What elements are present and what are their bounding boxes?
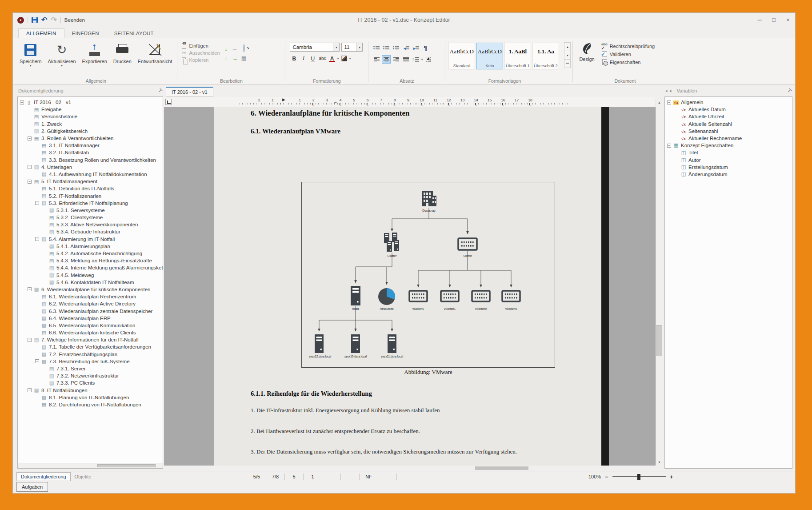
outline-item[interactable]: 7.2. Ersatzbeschäftigungsplan (18, 351, 163, 358)
tree-expander-icon[interactable] (35, 237, 39, 241)
align-right-button[interactable] (392, 55, 400, 64)
tasks-tab[interactable]: Aufgaben (16, 482, 48, 492)
outline-item[interactable]: 5.4.6. Kontaktdaten IT-Notfallteam (18, 279, 163, 286)
decrease-indent-button[interactable] (401, 44, 410, 52)
select-object-button[interactable] (424, 55, 432, 64)
tree-expander-icon[interactable] (28, 165, 32, 169)
outline-item[interactable]: 8.2. Durchführung von IT-Notfallübungen (18, 401, 163, 408)
horizontal-scrollbar[interactable] (164, 466, 656, 471)
outline-item[interactable]: 6.6. Wiederanlaufplan kritische Clients (18, 329, 163, 336)
outline-item[interactable]: 7.3.3. PC Clients (18, 379, 163, 386)
outline-item[interactable]: 6.3. Wiederanlaufplan zentrale Datenspei… (18, 307, 163, 314)
variable-item[interactable]: Seitenanzahl (665, 128, 792, 135)
justify-button[interactable] (401, 55, 410, 64)
outline-item[interactable]: 5.3.2. Clientsysteme (18, 214, 163, 221)
outline-item[interactable]: 5.3.1. Serversysteme (18, 207, 163, 214)
panel-nav-arrows[interactable]: ◂ ▸ (665, 88, 673, 93)
outline-item[interactable]: 8. IT-Notfallübungen (18, 387, 163, 394)
tree-expander-icon[interactable] (35, 359, 39, 363)
outline-item[interactable]: 6.2. Wiederanlaufplan Active Directory (18, 300, 163, 307)
tree-expander-icon[interactable] (667, 144, 671, 148)
outline-item[interactable]: 5.1. Definition des IT-Notfalls (18, 185, 163, 192)
refresh-button[interactable]: ↻ Aktualisieren ▾ (45, 40, 79, 76)
properties-button[interactable]: Eigenschaften (602, 59, 655, 65)
zoom-in-button[interactable]: + (670, 474, 673, 480)
quick-save-icon[interactable] (32, 17, 38, 23)
align-center-button[interactable] (382, 55, 391, 64)
outline-item[interactable]: Freigabe (18, 106, 163, 113)
variable-item[interactable]: Konzept Eigenschaften (665, 142, 792, 149)
scroll-up-arrow[interactable]: ▲ (656, 99, 663, 106)
maximize-button[interactable]: □ (767, 14, 781, 26)
outline-item[interactable]: 5.2. IT-Notfallszenarien (18, 192, 163, 199)
outline-item[interactable]: 6.5. Wiederanlaufplan Kommunikation (18, 322, 163, 329)
tree-expander-icon[interactable] (35, 201, 39, 205)
save-button[interactable]: Speichern ▾ (16, 40, 45, 76)
strikethrough-button[interactable]: abc (318, 54, 327, 63)
style-card[interactable]: 1.1. Aa Überschrift 2 (532, 43, 559, 69)
outline-item[interactable]: 5.4.4. Interne Meldung gemäß Alarmierung… (18, 264, 163, 271)
paste-button[interactable]: Einfügen (181, 43, 220, 48)
close-button[interactable]: × (781, 14, 795, 26)
outline-item[interactable]: 6. Wiederanlaufpläne für kritische Kompo… (18, 286, 163, 293)
ribbon-tab[interactable]: SEITENLAYOUT (107, 29, 161, 38)
tree-expander-icon[interactable] (28, 137, 32, 141)
move-down-button[interactable]: ↓ (224, 45, 228, 52)
move-left-button[interactable]: ← (232, 45, 238, 52)
tab-marker[interactable]: → (333, 100, 337, 104)
highlight-button[interactable] (340, 54, 348, 63)
gallery-more-button[interactable] (564, 59, 571, 68)
gallery-scroll-up[interactable]: ▲ (564, 42, 571, 51)
pin-icon[interactable]: ⊤ (156, 87, 164, 94)
outline-item[interactable]: Versionshistorie (18, 113, 163, 120)
outline-item[interactable]: 5.4. Alarmierung im IT-Notfall (18, 236, 163, 243)
outline-item[interactable]: IT 2016 - 02 - v1 (18, 99, 163, 106)
gallery-scroll-down[interactable]: ▼ (564, 51, 571, 60)
variable-item[interactable]: Erstellungsdatum (665, 164, 792, 171)
outline-item[interactable]: 5.4.5. Meldeweg (18, 272, 163, 279)
outline-item[interactable]: 5.4.1. Alarmierungsplan (18, 243, 163, 250)
ribbon-tab[interactable]: EINFÜGEN (64, 29, 107, 38)
zoom-out-button[interactable]: − (605, 474, 608, 480)
outline-item[interactable]: 7.3.1. Server (18, 365, 163, 372)
minimize-button[interactable]: ─ (752, 14, 767, 26)
outline-item[interactable]: 5.3. Erforderliche IT-Notfallplanung (18, 200, 163, 207)
underline-button[interactable]: U (308, 54, 317, 63)
outline-item[interactable]: 2. Gültigkeitsbereich (18, 128, 163, 135)
variable-item[interactable]: Autor (665, 157, 792, 164)
style-card[interactable]: 1. AaBl Überschrift 1 (504, 43, 531, 69)
outline-item[interactable]: 5.4.2. Automatische Benachrichtigung (18, 250, 163, 257)
bullet-list-button[interactable] (392, 44, 400, 52)
chevron-down-icon[interactable]: ▾ (421, 58, 423, 61)
tree-expander-icon[interactable] (667, 100, 671, 104)
outline-item[interactable]: 5. IT-Notfallmanagement (18, 178, 163, 185)
line-spacing-button[interactable] (411, 55, 420, 64)
variable-item[interactable]: Aktuelle Uhrzeit (665, 113, 792, 120)
chevron-down-icon[interactable]: ▾ (337, 57, 339, 60)
pin-icon[interactable]: ⊤ (786, 87, 793, 94)
vertical-scrollbar[interactable]: ▲ ▼ (656, 99, 663, 466)
variable-item[interactable]: Änderungsdatum (665, 171, 792, 178)
draft-view-button[interactable]: Entwurfsansicht (135, 40, 176, 76)
panel-footer-tab[interactable]: Dokumentgliederung (16, 472, 71, 481)
spellcheck-button[interactable]: abc Rechtschreibprüfung (602, 43, 655, 49)
zoom-slider[interactable] (612, 476, 666, 477)
outline-item[interactable]: 7.3.2. Netzwerkinfrastruktur (18, 372, 163, 379)
style-card[interactable]: AaBbCcD Standard (448, 43, 475, 69)
variable-item[interactable]: Aktuelle Seitenzahl (665, 120, 792, 128)
numbered-list-button[interactable] (382, 44, 391, 52)
increase-indent-button[interactable] (411, 44, 420, 52)
copy-button[interactable]: Kopieren (181, 57, 220, 63)
outline-item[interactable]: 5.3.3. Aktive Netzwerkkomponenten (18, 221, 163, 228)
outline-item[interactable]: 3.3. Besetzung Rollen und Verantwortlich… (18, 157, 163, 164)
chevron-down-icon[interactable]: ▾ (349, 57, 351, 60)
font-color-button[interactable]: A (328, 54, 336, 63)
ruler[interactable]: ▶ → 2112L34L56L78L910L1112L1314L1516L171… (164, 97, 656, 107)
outline-item[interactable]: 1. Zweck (18, 120, 163, 128)
style-card[interactable]: AaBbCcD Kein (476, 43, 503, 69)
outline-item[interactable]: 3.2. IT-Notfallstab (18, 149, 163, 156)
tree-expander-icon[interactable] (28, 180, 32, 184)
variable-item[interactable]: Aktueller Rechnername (665, 135, 792, 142)
variable-item[interactable]: Titel (665, 149, 792, 156)
cut-button[interactable]: ✂ Ausschneiden (181, 50, 220, 56)
